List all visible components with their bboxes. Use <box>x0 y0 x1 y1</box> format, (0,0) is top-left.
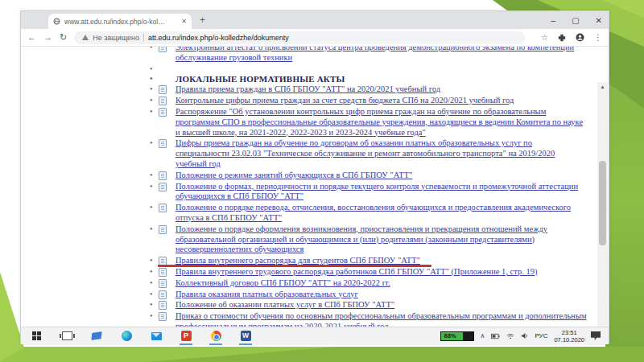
document-icon <box>159 290 167 299</box>
document-link[interactable]: Распоряжение "Об установлении контрольны… <box>175 107 583 137</box>
list-item: • Приказ о стоимости обучения по основны… <box>150 311 588 327</box>
tab-close-icon[interactable]: ✕ <box>181 18 187 25</box>
bookmark-star-icon[interactable]: ☆ <box>541 34 548 42</box>
battery-tray-icon[interactable] <box>491 333 500 339</box>
window-close-button[interactable]: ✕ <box>596 16 602 25</box>
mail-icon <box>151 332 162 340</box>
extensions-puzzle-icon[interactable] <box>558 34 566 42</box>
document-link[interactable]: Положение об оказании платных услуг в СП… <box>175 300 394 309</box>
security-warning-label: Не защищено <box>93 34 139 42</box>
globe-favicon-icon <box>53 18 60 25</box>
web-page-content: • Электронный аттестат о присвоении стат… <box>21 47 609 327</box>
document-link[interactable]: Правила внутреннего трудового распорядка… <box>175 267 537 276</box>
bullet: • <box>150 278 153 289</box>
window-minimize-button[interactable]: – <box>551 16 556 25</box>
list-item: • Правила оказания платных образовательн… <box>150 290 588 300</box>
document-link[interactable]: Правила приема граждан в СПб ГБПОУ "АТТ"… <box>175 84 440 93</box>
language-indicator[interactable]: РУС <box>535 332 547 339</box>
mail-button[interactable] <box>150 330 163 343</box>
bullet: • <box>150 290 153 300</box>
list-item: • Коллективный договор СПб ГБПОУ "АТТ" н… <box>150 278 588 289</box>
list-item: • Правила внутреннего трудового распоряд… <box>150 267 588 278</box>
bullet: • <box>150 311 153 322</box>
chrome-icon <box>211 331 221 341</box>
wifi-tray-icon[interactable] <box>506 333 514 339</box>
slide-decoration-bottom <box>0 347 644 362</box>
list-item: • Положение о режиме занятий обучающихся… <box>150 171 588 181</box>
document-link[interactable]: Коллективный договор СПб ГБПОУ "АТТ" на … <box>175 278 390 287</box>
list-item: • Цифры приема граждан на обучение по до… <box>150 138 588 169</box>
list-item: • Положение о порядке перевода, отчислен… <box>150 203 588 224</box>
bullet: • <box>150 74 153 84</box>
list-item: • Электронный аттестат о присвоении стат… <box>150 47 588 64</box>
presentation-slide: www.att.edu.ru/index.php/o-kol… ✕ + – ▢ … <box>0 0 644 362</box>
document-link[interactable]: Положение о режиме занятий обучающихся в… <box>175 171 412 179</box>
new-tab-button[interactable]: + <box>200 14 205 26</box>
show-hidden-icons-button[interactable]: ∧ <box>481 332 485 339</box>
system-clock[interactable]: 23:51 07.10.2020 <box>554 329 584 343</box>
battery-level-widget[interactable]: 68% <box>440 331 474 341</box>
document-link[interactable]: Положение о формах, периодичности и поря… <box>175 182 578 201</box>
back-button[interactable]: ← <box>27 33 36 42</box>
bullet: • <box>150 224 153 235</box>
document-icon <box>159 312 167 321</box>
chrome-menu-icon[interactable]: ⋮ <box>594 34 602 42</box>
scrollbar-thumb[interactable] <box>599 161 606 245</box>
reload-button[interactable]: ↻ <box>60 33 67 42</box>
powerpoint-icon: P <box>181 331 192 341</box>
list-item: • Положение о порядке оформления возникн… <box>150 224 588 255</box>
bullet: • <box>150 182 153 192</box>
taskbar-app-button[interactable] <box>90 330 103 343</box>
document-link[interactable]: Приказ о стоимости обучения по основным … <box>175 311 587 327</box>
bullet: • <box>150 256 153 266</box>
document-link[interactable]: Положение о порядке перевода, отчисления… <box>175 203 571 222</box>
document-link[interactable]: Цифры приема граждан на обучение по дого… <box>175 138 555 168</box>
windows-taskbar: P W 68% ∧ РУС 23:51 07.10.2020 <box>21 327 609 344</box>
bullet: • <box>150 203 153 213</box>
profile-avatar-icon[interactable] <box>576 33 584 42</box>
document-icon <box>159 225 167 234</box>
powerpoint-button[interactable]: P <box>180 330 192 343</box>
bullet: • <box>150 47 153 53</box>
section-heading: ЛОКАЛЬНЫЕ НОРМАТИВНЫЕ АКТЫ <box>175 74 345 84</box>
page-url: att.edu.ru/index.php/o-kolledzhe/dokumen… <box>148 34 289 42</box>
browser-tab[interactable]: www.att.edu.ru/index.php/o-kol… ✕ <box>48 14 192 29</box>
slide-decoration-right <box>605 0 644 362</box>
blue-app-icon <box>91 331 101 340</box>
bullet: • <box>150 84 153 95</box>
vertical-scrollbar[interactable]: ▲ ▼ <box>597 82 608 327</box>
scroll-up-icon[interactable]: ▲ <box>597 82 608 92</box>
security-warning-icon <box>82 35 89 40</box>
document-icon <box>159 268 167 277</box>
tab-strip: www.att.edu.ru/index.php/o-kol… ✕ + – ▢ … <box>21 11 609 29</box>
bullet: • <box>150 138 153 149</box>
document-link[interactable]: Контрольные цифры приема граждан за счет… <box>175 96 514 105</box>
document-icon <box>159 108 167 117</box>
bullet: • <box>150 300 153 311</box>
documents-list: • Электронный аттестат о присвоении стат… <box>150 47 588 327</box>
task-view-button[interactable] <box>60 330 73 343</box>
word-button[interactable]: W <box>239 330 252 343</box>
list-item: • Правила приема граждан в СПб ГБПОУ "АТ… <box>150 84 588 95</box>
document-link[interactable]: Правила внутреннего распорядка для студе… <box>175 256 420 265</box>
word-icon: W <box>241 331 251 341</box>
address-bar[interactable]: Не защищено att.edu.ru/index.php/o-kolle… <box>74 31 525 44</box>
document-icon <box>159 47 167 52</box>
browser-toolbar: ← → ↻ Не защищено att.edu.ru/index.php/o… <box>21 29 609 47</box>
document-link[interactable]: Положение о порядке оформления возникнов… <box>175 224 547 254</box>
document-link[interactable]: Правила оказания платных образовательных… <box>175 290 358 298</box>
document-link[interactable]: Электронный аттестат о присвоении статус… <box>175 47 574 62</box>
bullet: • <box>150 107 153 117</box>
edge-button[interactable] <box>120 330 133 343</box>
start-button[interactable] <box>31 330 43 343</box>
list-item: • Правила внутреннего распорядка для сту… <box>150 256 588 266</box>
chrome-button[interactable] <box>209 330 222 343</box>
volume-tray-icon[interactable] <box>521 332 528 339</box>
list-item: • Положение об оказании платных услуг в … <box>150 300 588 311</box>
task-view-icon <box>62 331 72 340</box>
action-center-icon[interactable] <box>591 331 601 340</box>
list-item: • ЛОКАЛЬНЫЕ НОРМАТИВНЫЕ АКТЫ <box>150 74 588 84</box>
document-icon <box>159 301 167 310</box>
forward-button[interactable]: → <box>43 33 52 42</box>
window-maximize-button[interactable]: ▢ <box>572 16 579 25</box>
